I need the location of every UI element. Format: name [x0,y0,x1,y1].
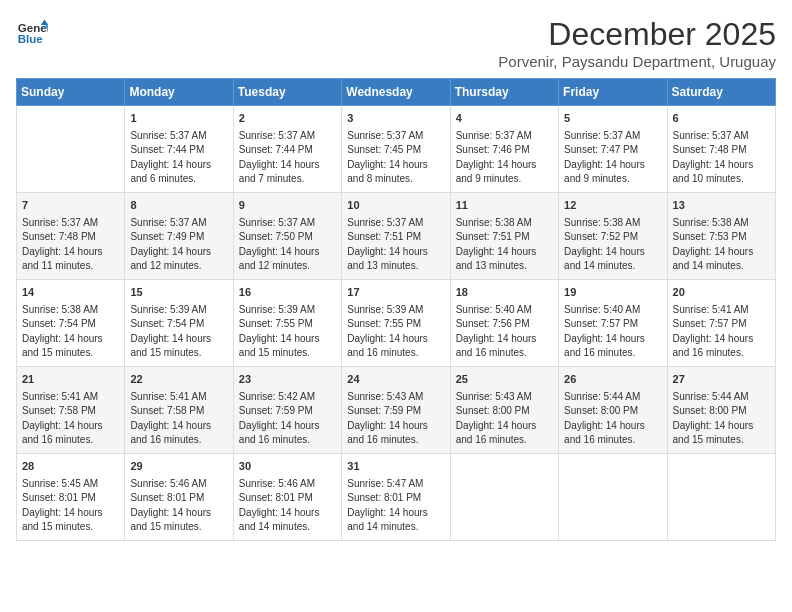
calendar-cell: 27Sunrise: 5:44 AM Sunset: 8:00 PM Dayli… [667,366,775,453]
calendar-cell: 22Sunrise: 5:41 AM Sunset: 7:58 PM Dayli… [125,366,233,453]
day-number: 20 [673,285,770,301]
day-number: 27 [673,372,770,388]
calendar-cell: 30Sunrise: 5:46 AM Sunset: 8:01 PM Dayli… [233,453,341,540]
calendar-cell: 5Sunrise: 5:37 AM Sunset: 7:47 PM Daylig… [559,106,667,193]
day-number: 11 [456,198,553,214]
svg-text:Blue: Blue [18,33,44,45]
calendar-cell: 2Sunrise: 5:37 AM Sunset: 7:44 PM Daylig… [233,106,341,193]
day-info: Sunrise: 5:37 AM Sunset: 7:45 PM Dayligh… [347,129,444,187]
calendar-cell: 20Sunrise: 5:41 AM Sunset: 7:57 PM Dayli… [667,279,775,366]
page-header: General Blue December 2025 Porvenir, Pay… [16,16,776,70]
calendar-cell: 28Sunrise: 5:45 AM Sunset: 8:01 PM Dayli… [17,453,125,540]
column-header-tuesday: Tuesday [233,79,341,106]
calendar-cell: 1Sunrise: 5:37 AM Sunset: 7:44 PM Daylig… [125,106,233,193]
calendar-cell: 15Sunrise: 5:39 AM Sunset: 7:54 PM Dayli… [125,279,233,366]
day-info: Sunrise: 5:37 AM Sunset: 7:47 PM Dayligh… [564,129,661,187]
day-info: Sunrise: 5:44 AM Sunset: 8:00 PM Dayligh… [673,390,770,448]
day-number: 23 [239,372,336,388]
calendar-cell: 6Sunrise: 5:37 AM Sunset: 7:48 PM Daylig… [667,106,775,193]
calendar-week-row: 1Sunrise: 5:37 AM Sunset: 7:44 PM Daylig… [17,106,776,193]
day-number: 3 [347,111,444,127]
calendar-cell: 26Sunrise: 5:44 AM Sunset: 8:00 PM Dayli… [559,366,667,453]
day-number: 9 [239,198,336,214]
calendar-cell [667,453,775,540]
calendar-cell: 9Sunrise: 5:37 AM Sunset: 7:50 PM Daylig… [233,192,341,279]
calendar-cell: 14Sunrise: 5:38 AM Sunset: 7:54 PM Dayli… [17,279,125,366]
calendar-cell: 18Sunrise: 5:40 AM Sunset: 7:56 PM Dayli… [450,279,558,366]
logo-icon: General Blue [16,16,48,48]
day-info: Sunrise: 5:39 AM Sunset: 7:54 PM Dayligh… [130,303,227,361]
day-info: Sunrise: 5:43 AM Sunset: 7:59 PM Dayligh… [347,390,444,448]
day-info: Sunrise: 5:46 AM Sunset: 8:01 PM Dayligh… [130,477,227,535]
day-number: 28 [22,459,119,475]
calendar-cell: 25Sunrise: 5:43 AM Sunset: 8:00 PM Dayli… [450,366,558,453]
day-info: Sunrise: 5:37 AM Sunset: 7:44 PM Dayligh… [239,129,336,187]
day-info: Sunrise: 5:39 AM Sunset: 7:55 PM Dayligh… [239,303,336,361]
calendar-cell [559,453,667,540]
day-info: Sunrise: 5:37 AM Sunset: 7:46 PM Dayligh… [456,129,553,187]
calendar-week-row: 28Sunrise: 5:45 AM Sunset: 8:01 PM Dayli… [17,453,776,540]
calendar-table: SundayMondayTuesdayWednesdayThursdayFrid… [16,78,776,541]
day-info: Sunrise: 5:42 AM Sunset: 7:59 PM Dayligh… [239,390,336,448]
day-info: Sunrise: 5:38 AM Sunset: 7:53 PM Dayligh… [673,216,770,274]
day-number: 5 [564,111,661,127]
logo: General Blue [16,16,48,48]
location-subtitle: Porvenir, Paysandu Department, Uruguay [498,53,776,70]
day-info: Sunrise: 5:38 AM Sunset: 7:54 PM Dayligh… [22,303,119,361]
day-info: Sunrise: 5:37 AM Sunset: 7:49 PM Dayligh… [130,216,227,274]
day-number: 21 [22,372,119,388]
calendar-week-row: 7Sunrise: 5:37 AM Sunset: 7:48 PM Daylig… [17,192,776,279]
day-info: Sunrise: 5:40 AM Sunset: 7:57 PM Dayligh… [564,303,661,361]
day-info: Sunrise: 5:43 AM Sunset: 8:00 PM Dayligh… [456,390,553,448]
day-info: Sunrise: 5:41 AM Sunset: 7:58 PM Dayligh… [22,390,119,448]
day-number: 16 [239,285,336,301]
calendar-header-row: SundayMondayTuesdayWednesdayThursdayFrid… [17,79,776,106]
calendar-cell: 21Sunrise: 5:41 AM Sunset: 7:58 PM Dayli… [17,366,125,453]
calendar-cell: 4Sunrise: 5:37 AM Sunset: 7:46 PM Daylig… [450,106,558,193]
column-header-thursday: Thursday [450,79,558,106]
day-info: Sunrise: 5:41 AM Sunset: 7:58 PM Dayligh… [130,390,227,448]
title-area: December 2025 Porvenir, Paysandu Departm… [498,16,776,70]
day-info: Sunrise: 5:38 AM Sunset: 7:52 PM Dayligh… [564,216,661,274]
column-header-saturday: Saturday [667,79,775,106]
day-info: Sunrise: 5:45 AM Sunset: 8:01 PM Dayligh… [22,477,119,535]
day-info: Sunrise: 5:37 AM Sunset: 7:50 PM Dayligh… [239,216,336,274]
calendar-cell: 29Sunrise: 5:46 AM Sunset: 8:01 PM Dayli… [125,453,233,540]
calendar-cell [450,453,558,540]
day-number: 22 [130,372,227,388]
day-info: Sunrise: 5:37 AM Sunset: 7:51 PM Dayligh… [347,216,444,274]
calendar-cell: 24Sunrise: 5:43 AM Sunset: 7:59 PM Dayli… [342,366,450,453]
column-header-monday: Monday [125,79,233,106]
day-number: 29 [130,459,227,475]
day-number: 1 [130,111,227,127]
day-info: Sunrise: 5:46 AM Sunset: 8:01 PM Dayligh… [239,477,336,535]
day-number: 19 [564,285,661,301]
month-title: December 2025 [498,16,776,53]
day-number: 6 [673,111,770,127]
calendar-cell: 10Sunrise: 5:37 AM Sunset: 7:51 PM Dayli… [342,192,450,279]
day-number: 17 [347,285,444,301]
day-number: 15 [130,285,227,301]
day-info: Sunrise: 5:37 AM Sunset: 7:44 PM Dayligh… [130,129,227,187]
day-info: Sunrise: 5:40 AM Sunset: 7:56 PM Dayligh… [456,303,553,361]
calendar-cell: 16Sunrise: 5:39 AM Sunset: 7:55 PM Dayli… [233,279,341,366]
calendar-cell: 11Sunrise: 5:38 AM Sunset: 7:51 PM Dayli… [450,192,558,279]
calendar-week-row: 21Sunrise: 5:41 AM Sunset: 7:58 PM Dayli… [17,366,776,453]
calendar-cell: 8Sunrise: 5:37 AM Sunset: 7:49 PM Daylig… [125,192,233,279]
day-number: 2 [239,111,336,127]
day-number: 31 [347,459,444,475]
day-number: 24 [347,372,444,388]
day-info: Sunrise: 5:44 AM Sunset: 8:00 PM Dayligh… [564,390,661,448]
day-number: 18 [456,285,553,301]
calendar-week-row: 14Sunrise: 5:38 AM Sunset: 7:54 PM Dayli… [17,279,776,366]
calendar-cell: 31Sunrise: 5:47 AM Sunset: 8:01 PM Dayli… [342,453,450,540]
calendar-cell: 3Sunrise: 5:37 AM Sunset: 7:45 PM Daylig… [342,106,450,193]
day-number: 8 [130,198,227,214]
day-info: Sunrise: 5:37 AM Sunset: 7:48 PM Dayligh… [673,129,770,187]
day-number: 14 [22,285,119,301]
column-header-wednesday: Wednesday [342,79,450,106]
day-number: 25 [456,372,553,388]
day-number: 4 [456,111,553,127]
calendar-cell: 23Sunrise: 5:42 AM Sunset: 7:59 PM Dayli… [233,366,341,453]
day-number: 13 [673,198,770,214]
